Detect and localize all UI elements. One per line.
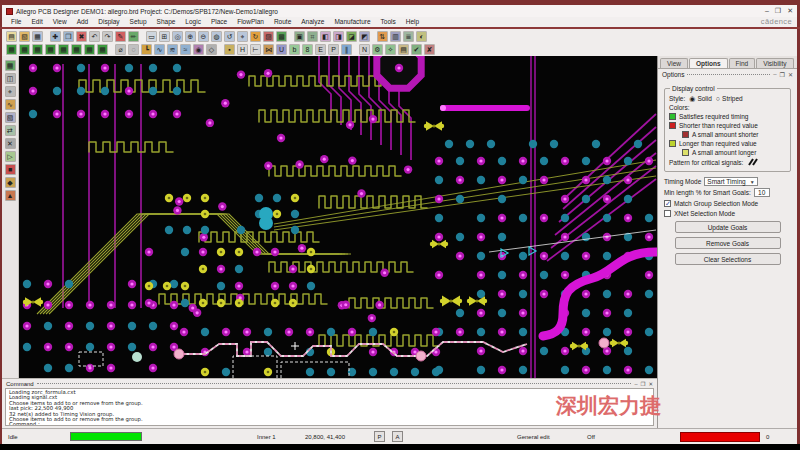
hug-contour-icon[interactable]: ⊢ <box>250 44 261 55</box>
net-schedule-icon[interactable]: N <box>359 44 370 55</box>
assign-color-icon[interactable]: ◪ <box>346 31 357 42</box>
menu-help[interactable]: Help <box>401 17 424 27</box>
layer-select-2-icon[interactable]: ▦ <box>19 44 30 55</box>
gloss-icon[interactable]: ✧ <box>385 44 396 55</box>
wave-probe-icon[interactable]: ∿ <box>5 99 16 110</box>
add-connect-icon[interactable]: ┗ <box>141 44 152 55</box>
status-icon[interactable]: ◐ <box>416 31 427 42</box>
flip-design-icon[interactable]: ⇅ <box>377 31 388 42</box>
pin-swap-icon[interactable]: ⇄ <box>5 125 16 136</box>
select-window-icon[interactable]: ▭ <box>146 31 157 42</box>
report-icon[interactable]: ▤ <box>398 44 409 55</box>
menu-tools[interactable]: Tools <box>376 17 401 27</box>
minimize-button[interactable]: – <box>765 7 769 15</box>
remove-goals-button[interactable]: Remove Goals <box>675 237 781 249</box>
tab-visibility[interactable]: Visibility <box>756 58 793 68</box>
menu-manufacture[interactable]: Manufacture <box>329 17 375 27</box>
menu-logic[interactable]: Logic <box>180 17 206 27</box>
highlight-icon[interactable]: ◧ <box>320 31 331 42</box>
auto-route-icon[interactable]: ⚙ <box>372 44 383 55</box>
menu-analyze[interactable]: Analyze <box>296 17 329 27</box>
close-button[interactable]: ✕ <box>787 7 793 15</box>
redraw-icon[interactable]: ↻ <box>250 31 261 42</box>
figure-eight-icon[interactable]: 8 <box>302 44 313 55</box>
clear-selections-button[interactable]: Clear Selections <box>675 253 781 265</box>
dehighlight-icon[interactable]: ◨ <box>333 31 344 42</box>
shadow-mode-icon[interactable]: ▨ <box>263 31 274 42</box>
layer-select-6-icon[interactable]: ▦ <box>71 44 82 55</box>
menu-view[interactable]: View <box>48 17 72 27</box>
checkbox-match-group-selection-mode[interactable]: ✓Match Group Selection Mode <box>664 200 791 207</box>
flow-route-icon[interactable]: ▷ <box>5 151 16 162</box>
command-float-icon[interactable]: ❐ <box>640 381 645 387</box>
save-drawing-icon[interactable]: ▦ <box>32 31 43 42</box>
new-drawing-icon[interactable]: ▤ <box>6 31 17 42</box>
visibility-toggle-icon[interactable]: ▦ <box>5 60 16 71</box>
ratsnest-toggle-icon[interactable]: ✕ <box>5 138 16 149</box>
layer-select-4-icon[interactable]: ▦ <box>45 44 56 55</box>
panel-close-icon[interactable]: ✕ <box>788 71 793 78</box>
pick-mode-button[interactable]: P <box>374 431 385 442</box>
vertex-icon[interactable]: ◇ <box>206 44 217 55</box>
menu-setup[interactable]: Setup <box>125 17 152 27</box>
layer-select-8-icon[interactable]: ▦ <box>97 44 108 55</box>
cross-section-icon[interactable]: ≣ <box>403 31 414 42</box>
signal-probe-icon[interactable]: ✏ <box>128 31 139 42</box>
show-element-icon[interactable]: ▣ <box>294 31 305 42</box>
hug-trace-icon[interactable]: H <box>237 44 248 55</box>
zoom-previous-icon[interactable]: ↺ <box>224 31 235 42</box>
drc-off-icon[interactable]: ✘ <box>424 44 435 55</box>
style-radio-striped[interactable]: ○Striped <box>712 95 743 102</box>
select-filter-icon[interactable]: ▧ <box>5 112 16 123</box>
unrats-all-icon[interactable]: ⌀ <box>115 44 126 55</box>
delay-tune-icon[interactable]: ≋ <box>167 44 178 55</box>
move-icon[interactable]: ✚ <box>50 31 61 42</box>
application-mode-button[interactable]: A <box>392 431 403 442</box>
menu-flowplan[interactable]: FlowPlan <box>232 17 269 27</box>
show-measure-icon[interactable]: ⌗ <box>307 31 318 42</box>
panel-float-icon[interactable]: ❐ <box>780 71 785 78</box>
custom-smooth-icon[interactable]: ≈ <box>180 44 191 55</box>
slide-icon[interactable]: ∿ <box>154 44 165 55</box>
layer-select-5-icon[interactable]: ▦ <box>58 44 69 55</box>
design-canvas[interactable] <box>19 56 657 378</box>
snapshot-icon[interactable]: ◫ <box>5 73 16 84</box>
layer-select-3-icon[interactable]: ▦ <box>32 44 43 55</box>
update-goals-button[interactable]: Update Goals <box>675 221 781 233</box>
panel-collapse-icon[interactable]: – <box>773 71 776 78</box>
menu-place[interactable]: Place <box>206 17 232 27</box>
fix-icon[interactable]: ▪ <box>224 44 235 55</box>
diff-pair-icon[interactable]: ∥ <box>341 44 352 55</box>
layer-select-7-icon[interactable]: ▦ <box>84 44 95 55</box>
zoom-in-icon[interactable]: ⊕ <box>185 31 196 42</box>
tab-view[interactable]: View <box>660 58 688 68</box>
drc-markers-icon[interactable]: ▲ <box>5 190 16 201</box>
property-edit-icon[interactable]: ✎ <box>115 31 126 42</box>
coords-readout-icon[interactable]: ⌖ <box>5 86 16 97</box>
checkbox-xnet-selection-mode[interactable]: XNet Selection Mode <box>664 210 791 217</box>
maximize-button[interactable]: ❐ <box>775 7 781 15</box>
command-collapse-icon[interactable]: – <box>634 381 637 387</box>
via-structure-icon[interactable]: U <box>276 44 287 55</box>
menu-add[interactable]: Add <box>72 17 94 27</box>
zoom-select-icon[interactable]: ⌖ <box>237 31 248 42</box>
zoom-points-icon[interactable]: ⊞ <box>159 31 170 42</box>
stop-command-icon[interactable]: ■ <box>5 164 16 175</box>
copy-icon[interactable]: ❐ <box>63 31 74 42</box>
redo-icon[interactable]: ↷ <box>102 31 113 42</box>
undo-icon[interactable]: ↶ <box>89 31 100 42</box>
menu-shape[interactable]: Shape <box>152 17 181 27</box>
label-tune-icon[interactable]: ◩ <box>359 31 370 42</box>
timing-mode-select[interactable]: Smart Timing ▼ <box>704 177 757 186</box>
spread-between-voids-icon[interactable]: ⋈ <box>263 44 274 55</box>
drc-check-icon[interactable]: ✔ <box>411 44 422 55</box>
zoom-world-icon[interactable]: ◍ <box>211 31 222 42</box>
style-radio-solid[interactable]: ◉Solid <box>685 95 712 102</box>
break-icon[interactable]: b <box>289 44 300 55</box>
zoom-out-icon[interactable]: ⊖ <box>198 31 209 42</box>
highlight-net-icon[interactable]: ◆ <box>5 177 16 188</box>
color-priority-icon[interactable]: ▩ <box>276 31 287 42</box>
delete-icon[interactable]: ✖ <box>76 31 87 42</box>
tab-find[interactable]: Find <box>729 58 756 68</box>
min-length-input[interactable]: 10 <box>754 188 770 197</box>
